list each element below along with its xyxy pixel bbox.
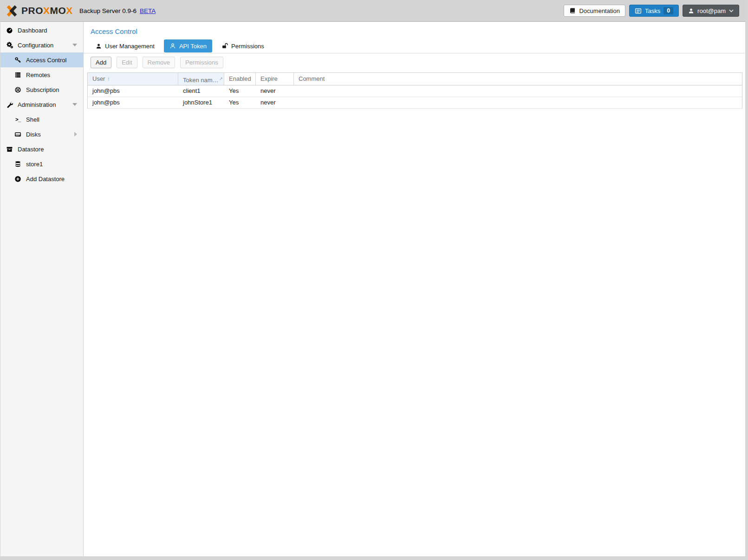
sidebar-item-shell[interactable]: >_ Shell	[0, 112, 83, 127]
user-outline-icon	[169, 43, 176, 49]
cell-enabled: Yes	[224, 85, 256, 97]
user-menu-button[interactable]: root@pam	[683, 5, 739, 17]
app-frame: PROXMOX Backup Server 0.9-6 BETA Documen…	[0, 0, 745, 556]
lifering-icon	[14, 86, 22, 93]
table-row[interactable]: john@pbs client1 Yes never	[88, 85, 742, 97]
task-list-icon	[635, 7, 642, 14]
brand-wordmark: PROXMOX	[21, 5, 73, 16]
book-icon	[569, 7, 576, 14]
remove-button[interactable]: Remove	[143, 57, 175, 68]
cell-user: john@pbs	[88, 97, 178, 108]
user-menu-label: root@pam	[697, 7, 726, 14]
expand-caret-icon[interactable]	[72, 103, 77, 106]
sidebar-item-label: Remotes	[26, 72, 50, 78]
sidebar-item-label: Access Control	[26, 57, 66, 64]
sidebar-item-label: Subscription	[26, 86, 59, 93]
sidebar-item-label: store1	[26, 161, 43, 168]
column-header-user[interactable]: User↑	[88, 73, 178, 85]
tab-label: User Management	[105, 43, 155, 50]
sidebar-item-label: Configuration	[18, 42, 53, 49]
terminal-icon: >_	[14, 117, 22, 122]
tasks-label: Tasks	[645, 7, 660, 14]
app-subtitle: Backup Server 0.9-6	[79, 7, 137, 14]
table-header-row: User↑ Token nam…↗ Enabled Expire Comment	[88, 73, 742, 85]
sidebar-item-disks[interactable]: Disks	[0, 127, 83, 142]
sort-secondary-icon: ↗	[219, 76, 223, 81]
sidebar-item-access-control[interactable]: Access Control	[0, 52, 83, 67]
database-icon	[14, 161, 22, 168]
toolbar: Add Edit Remove Permissions	[84, 53, 745, 72]
sidebar-item-remotes[interactable]: Remotes	[0, 67, 83, 82]
tab-label: API Token	[179, 43, 207, 50]
header-buttons: Documentation Tasks 0 root@pam	[564, 5, 739, 17]
sidebar-item-configuration[interactable]: Configuration	[0, 38, 83, 52]
api-token-table: User↑ Token nam…↗ Enabled Expire Comment…	[87, 72, 742, 109]
column-header-enabled[interactable]: Enabled	[224, 73, 256, 85]
cell-token: johnStore1	[178, 97, 224, 108]
top-bar: PROXMOX Backup Server 0.9-6 BETA Documen…	[0, 0, 745, 22]
proxmox-logo[interactable]: PROXMOX	[6, 5, 73, 17]
unlock-icon	[221, 43, 228, 49]
expand-caret-icon[interactable]	[72, 44, 77, 46]
wrench-icon	[6, 101, 13, 108]
beta-link[interactable]: BETA	[140, 7, 156, 14]
plus-circle-icon	[14, 176, 22, 182]
expand-caret-icon[interactable]	[74, 132, 77, 137]
column-header-comment[interactable]: Comment	[294, 73, 742, 85]
cell-enabled: Yes	[224, 97, 256, 108]
user-icon	[96, 43, 102, 49]
sidebar-item-add-datastore[interactable]: Add Datastore	[0, 171, 83, 186]
cell-expire: never	[256, 85, 294, 97]
sidebar-item-label: Shell	[26, 116, 39, 123]
main-panel: Access Control User Management API Token	[84, 22, 745, 556]
sidebar-item-datastore[interactable]: Datastore	[0, 142, 83, 156]
sidebar-item-store1[interactable]: store1	[0, 156, 83, 171]
archive-icon	[6, 146, 13, 153]
edit-button[interactable]: Edit	[117, 57, 137, 68]
sidebar-item-subscription[interactable]: Subscription	[0, 82, 83, 97]
tasks-count-badge: 0	[663, 7, 673, 14]
tab-api-token[interactable]: API Token	[164, 39, 212, 52]
sidebar-item-label: Administration	[18, 101, 56, 108]
documentation-label: Documentation	[579, 7, 619, 14]
sidebar-item-label: Datastore	[18, 146, 44, 153]
sidebar-item-administration[interactable]: Administration	[0, 97, 83, 112]
chevron-down-icon	[729, 9, 734, 13]
cell-comment	[294, 85, 742, 97]
key-icon	[14, 57, 22, 64]
tab-bar: User Management API Token Permissions	[84, 39, 745, 53]
sidebar-item-dashboard[interactable]: Dashboard	[0, 23, 83, 38]
column-header-token-name[interactable]: Token nam…↗	[178, 73, 224, 85]
gears-icon	[6, 41, 13, 49]
cell-token: client1	[178, 85, 224, 97]
tab-user-management[interactable]: User Management	[90, 39, 160, 52]
cell-expire: never	[256, 97, 294, 108]
sidebar: Dashboard Configuration Access Contro	[0, 22, 84, 556]
sidebar-item-label: Disks	[26, 131, 41, 138]
sort-asc-icon: ↑	[107, 75, 110, 82]
sidebar-item-label: Dashboard	[18, 27, 47, 34]
tab-label: Permissions	[231, 43, 264, 50]
harddisk-icon	[14, 131, 22, 138]
page-title: Access Control	[91, 27, 745, 35]
proxmox-x-icon	[6, 5, 18, 17]
documentation-button[interactable]: Documentation	[564, 5, 625, 17]
tasks-button[interactable]: Tasks 0	[629, 5, 679, 17]
table-row[interactable]: john@pbs johnStore1 Yes never	[88, 97, 742, 109]
tab-permissions[interactable]: Permissions	[216, 39, 270, 52]
cell-comment	[294, 97, 742, 108]
permissions-button[interactable]: Permissions	[180, 57, 223, 68]
remotes-icon	[14, 72, 22, 78]
user-icon	[688, 8, 694, 14]
column-header-expire[interactable]: Expire	[256, 73, 294, 85]
dashboard-icon	[6, 27, 13, 34]
add-button[interactable]: Add	[91, 57, 111, 68]
sidebar-item-label: Add Datastore	[26, 176, 65, 182]
cell-user: john@pbs	[88, 85, 178, 97]
